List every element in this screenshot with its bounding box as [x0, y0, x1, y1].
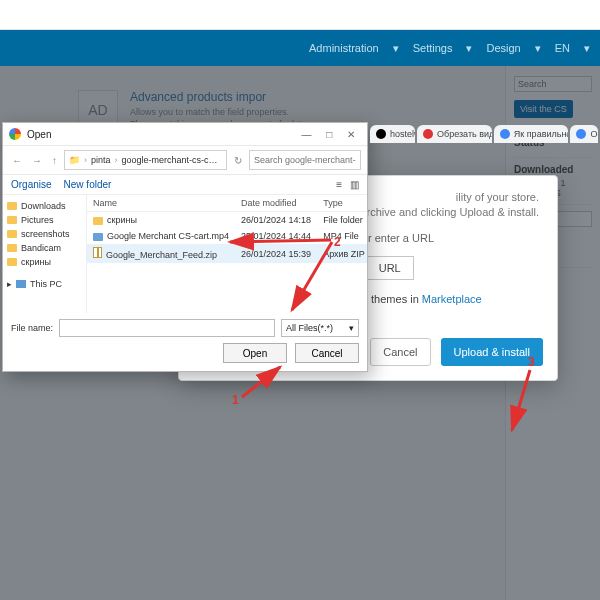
- forward-icon[interactable]: →: [29, 155, 45, 166]
- filename-label: File name:: [11, 323, 53, 333]
- browser-tab[interactable]: Обрезать видео он…: [417, 125, 492, 143]
- file-open-dialog: Open — □ ✕ ← → ↑ 📁› pinta› google-mercha…: [2, 122, 368, 372]
- back-icon[interactable]: ←: [9, 155, 25, 166]
- nav-bandicam[interactable]: Bandicam: [7, 241, 82, 255]
- filename-input[interactable]: [59, 319, 275, 337]
- nav-screenshots[interactable]: screenshots: [7, 227, 82, 241]
- browser-tab[interactable]: Як правильно опис…: [494, 125, 569, 143]
- nav-item[interactable]: Settings: [413, 42, 453, 54]
- file-row[interactable]: Google Merchant CS-cart.mp4 25/01/2024 1…: [87, 228, 367, 244]
- col-name[interactable]: Name: [87, 195, 235, 212]
- dialog-title: Open: [27, 129, 51, 140]
- window-buttons[interactable]: — □ ✕: [301, 129, 361, 140]
- cancel-button[interactable]: Cancel: [295, 343, 359, 363]
- refresh-icon[interactable]: ↻: [231, 155, 245, 166]
- nav-downloads[interactable]: Downloads: [7, 199, 82, 213]
- view-list-icon[interactable]: ▥: [350, 179, 359, 190]
- nav-pane: Downloads Pictures screenshots Bandicam …: [3, 195, 87, 313]
- upload-install-button[interactable]: Upload & install: [441, 338, 543, 366]
- nav-item[interactable]: EN: [555, 42, 570, 54]
- up-icon[interactable]: ↑: [49, 155, 60, 166]
- chrome-icon: [9, 128, 21, 140]
- new-folder-button[interactable]: New folder: [64, 179, 112, 190]
- admin-navbar: Administration▾ Settings▾ Design▾ EN▾: [0, 30, 600, 66]
- nav-skriny[interactable]: скрины: [7, 255, 82, 269]
- open-button[interactable]: Open: [223, 343, 287, 363]
- col-type[interactable]: Type: [317, 195, 367, 212]
- browser-tab[interactable]: hostelway: [370, 125, 415, 143]
- browser-tab[interactable]: Ос: [570, 125, 598, 143]
- organise-menu[interactable]: Organise: [11, 179, 52, 190]
- modal-cancel-button[interactable]: Cancel: [370, 338, 430, 366]
- browser-tabs: hostelway Обрезать видео он… Як правильн…: [370, 122, 598, 146]
- file-row-selected[interactable]: Google_Merchant_Feed.zip 26/01/2024 15:3…: [87, 244, 367, 263]
- file-row[interactable]: скрины 26/01/2024 14:18 File folder: [87, 212, 367, 229]
- dialog-search-input[interactable]: [249, 150, 361, 170]
- nav-item[interactable]: Design: [486, 42, 520, 54]
- marketplace-link[interactable]: Marketplace: [422, 293, 482, 305]
- file-list: Name Date modified Type скрины 26/01/202…: [87, 195, 367, 313]
- breadcrumb[interactable]: 📁› pinta› google-merchant-cs-c…: [64, 150, 227, 170]
- tab-url[interactable]: URL: [367, 256, 414, 280]
- nav-item[interactable]: Administration: [309, 42, 379, 54]
- file-filter-dropdown[interactable]: All Files(*.*)▾: [281, 319, 359, 337]
- col-date[interactable]: Date modified: [235, 195, 317, 212]
- view-mode-icon[interactable]: ≡: [336, 179, 342, 190]
- nav-this-pc[interactable]: ▸This PC: [7, 277, 82, 291]
- chevron-down-icon: ▾: [349, 323, 354, 333]
- nav-pictures[interactable]: Pictures: [7, 213, 82, 227]
